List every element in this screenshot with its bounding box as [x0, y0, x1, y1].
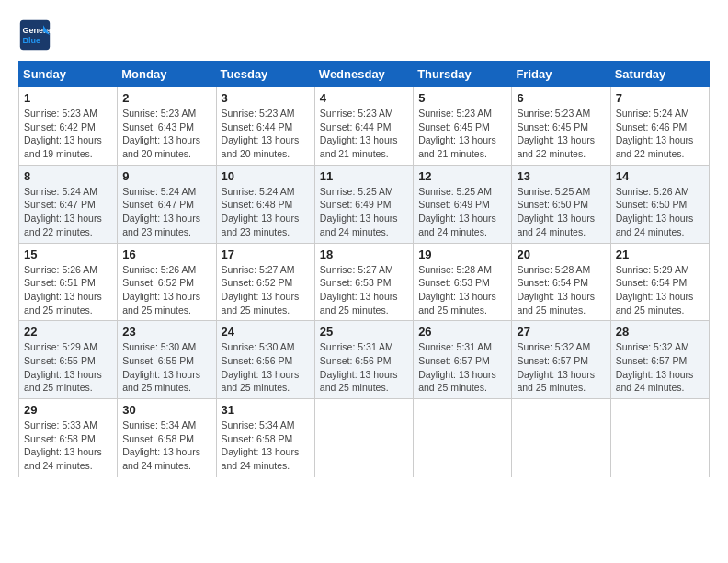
day-number: 22: [24, 325, 112, 339]
day-number: 20: [517, 247, 605, 261]
calendar-cell: 29Sunrise: 5:33 AM Sunset: 6:58 PM Dayli…: [19, 399, 118, 477]
day-info: Sunrise: 5:23 AM Sunset: 6:45 PM Dayligh…: [418, 107, 506, 161]
weekday-header-sunday: Sunday: [19, 62, 118, 87]
day-info: Sunrise: 5:23 AM Sunset: 6:44 PM Dayligh…: [320, 107, 408, 161]
day-number: 23: [122, 325, 210, 339]
day-number: 24: [222, 325, 310, 339]
day-number: 2: [122, 91, 210, 105]
calendar-cell: 7Sunrise: 5:24 AM Sunset: 6:46 PM Daylig…: [610, 87, 709, 166]
calendar-cell: 21Sunrise: 5:29 AM Sunset: 6:54 PM Dayli…: [610, 243, 709, 321]
day-info: Sunrise: 5:26 AM Sunset: 6:50 PM Dayligh…: [616, 185, 704, 239]
day-number: 25: [320, 325, 408, 339]
weekday-header-monday: Monday: [118, 62, 216, 87]
day-info: Sunrise: 5:24 AM Sunset: 6:48 PM Dayligh…: [222, 185, 310, 239]
svg-text:General: General: [23, 26, 52, 35]
calendar-cell: 27Sunrise: 5:32 AM Sunset: 6:57 PM Dayli…: [512, 321, 610, 399]
day-number: 1: [24, 91, 112, 105]
calendar-cell: 1Sunrise: 5:23 AM Sunset: 6:42 PM Daylig…: [19, 87, 118, 166]
calendar-week-row: 1Sunrise: 5:23 AM Sunset: 6:42 PM Daylig…: [19, 87, 710, 166]
calendar-cell: 20Sunrise: 5:28 AM Sunset: 6:54 PM Dayli…: [512, 243, 610, 321]
day-info: Sunrise: 5:23 AM Sunset: 6:45 PM Dayligh…: [517, 107, 605, 161]
calendar-cell: 19Sunrise: 5:28 AM Sunset: 6:53 PM Dayli…: [414, 243, 512, 321]
day-info: Sunrise: 5:34 AM Sunset: 6:58 PM Dayligh…: [122, 419, 210, 473]
day-number: 8: [24, 169, 112, 183]
day-info: Sunrise: 5:30 AM Sunset: 6:56 PM Dayligh…: [222, 340, 310, 395]
day-info: Sunrise: 5:23 AM Sunset: 6:43 PM Dayligh…: [122, 107, 210, 161]
calendar-cell: 12Sunrise: 5:25 AM Sunset: 6:49 PM Dayli…: [414, 165, 512, 243]
calendar-cell: 9Sunrise: 5:24 AM Sunset: 6:47 PM Daylig…: [118, 165, 216, 243]
calendar-cell: 11Sunrise: 5:25 AM Sunset: 6:49 PM Dayli…: [314, 165, 413, 243]
day-number: 5: [418, 91, 506, 105]
day-number: 11: [320, 169, 408, 183]
calendar-cell: 4Sunrise: 5:23 AM Sunset: 6:44 PM Daylig…: [314, 87, 413, 166]
day-info: Sunrise: 5:34 AM Sunset: 6:58 PM Dayligh…: [222, 419, 310, 473]
calendar-cell: 13Sunrise: 5:25 AM Sunset: 6:50 PM Dayli…: [512, 165, 610, 243]
day-number: 19: [418, 247, 506, 261]
weekday-header-thursday: Thursday: [414, 62, 512, 87]
day-number: 12: [418, 169, 506, 183]
day-number: 15: [24, 247, 112, 261]
day-number: 10: [222, 169, 310, 183]
calendar-cell: 8Sunrise: 5:24 AM Sunset: 6:47 PM Daylig…: [19, 165, 118, 243]
day-number: 13: [517, 169, 605, 183]
day-info: Sunrise: 5:32 AM Sunset: 6:57 PM Dayligh…: [517, 340, 605, 395]
day-number: 4: [320, 91, 408, 105]
weekday-header-saturday: Saturday: [610, 62, 709, 87]
logo: General Blue: [18, 18, 55, 52]
day-number: 16: [122, 247, 210, 261]
day-info: Sunrise: 5:23 AM Sunset: 6:44 PM Dayligh…: [222, 107, 310, 161]
calendar-cell: 25Sunrise: 5:31 AM Sunset: 6:56 PM Dayli…: [314, 321, 413, 399]
day-info: Sunrise: 5:24 AM Sunset: 6:46 PM Dayligh…: [616, 107, 704, 161]
weekday-header-tuesday: Tuesday: [216, 62, 314, 87]
calendar-cell: 30Sunrise: 5:34 AM Sunset: 6:58 PM Dayli…: [118, 399, 216, 477]
calendar-cell: 16Sunrise: 5:26 AM Sunset: 6:52 PM Dayli…: [118, 243, 216, 321]
day-info: Sunrise: 5:24 AM Sunset: 6:47 PM Dayligh…: [24, 185, 112, 239]
calendar-table: SundayMondayTuesdayWednesdayThursdayFrid…: [18, 61, 710, 477]
day-info: Sunrise: 5:25 AM Sunset: 6:50 PM Dayligh…: [517, 185, 605, 239]
day-info: Sunrise: 5:24 AM Sunset: 6:47 PM Dayligh…: [122, 185, 210, 239]
day-info: Sunrise: 5:29 AM Sunset: 6:54 PM Dayligh…: [616, 263, 704, 317]
day-info: Sunrise: 5:25 AM Sunset: 6:49 PM Dayligh…: [320, 185, 408, 239]
logo-icon: General Blue: [18, 18, 51, 52]
weekday-header-row: SundayMondayTuesdayWednesdayThursdayFrid…: [19, 62, 710, 87]
calendar-cell: 28Sunrise: 5:32 AM Sunset: 6:57 PM Dayli…: [610, 321, 709, 399]
day-info: Sunrise: 5:26 AM Sunset: 6:52 PM Dayligh…: [122, 263, 210, 317]
day-number: 17: [222, 247, 310, 261]
day-number: 18: [320, 247, 408, 261]
calendar-week-row: 8Sunrise: 5:24 AM Sunset: 6:47 PM Daylig…: [19, 165, 710, 243]
day-number: 6: [517, 91, 605, 105]
calendar-cell: 6Sunrise: 5:23 AM Sunset: 6:45 PM Daylig…: [512, 87, 610, 166]
day-info: Sunrise: 5:32 AM Sunset: 6:57 PM Dayligh…: [616, 340, 704, 395]
calendar-cell: 24Sunrise: 5:30 AM Sunset: 6:56 PM Dayli…: [216, 321, 314, 399]
day-info: Sunrise: 5:30 AM Sunset: 6:55 PM Dayligh…: [122, 340, 210, 395]
calendar-cell: 14Sunrise: 5:26 AM Sunset: 6:50 PM Dayli…: [610, 165, 709, 243]
svg-text:Blue: Blue: [23, 36, 41, 45]
day-number: 9: [122, 169, 210, 183]
weekday-header-friday: Friday: [512, 62, 610, 87]
weekday-header-wednesday: Wednesday: [314, 62, 413, 87]
calendar-cell: [610, 399, 709, 477]
calendar-cell: [414, 399, 512, 477]
calendar-week-row: 22Sunrise: 5:29 AM Sunset: 6:55 PM Dayli…: [19, 321, 710, 399]
calendar-cell: 5Sunrise: 5:23 AM Sunset: 6:45 PM Daylig…: [414, 87, 512, 166]
day-number: 3: [222, 91, 310, 105]
calendar-cell: [314, 399, 413, 477]
day-info: Sunrise: 5:26 AM Sunset: 6:51 PM Dayligh…: [24, 263, 112, 317]
day-info: Sunrise: 5:33 AM Sunset: 6:58 PM Dayligh…: [24, 419, 112, 473]
day-info: Sunrise: 5:27 AM Sunset: 6:53 PM Dayligh…: [320, 263, 408, 317]
page-header: General Blue: [18, 18, 710, 52]
calendar-week-row: 15Sunrise: 5:26 AM Sunset: 6:51 PM Dayli…: [19, 243, 710, 321]
day-number: 31: [222, 403, 310, 417]
calendar-week-row: 29Sunrise: 5:33 AM Sunset: 6:58 PM Dayli…: [19, 399, 710, 477]
day-number: 14: [616, 169, 704, 183]
calendar-cell: 15Sunrise: 5:26 AM Sunset: 6:51 PM Dayli…: [19, 243, 118, 321]
calendar-cell: 22Sunrise: 5:29 AM Sunset: 6:55 PM Dayli…: [19, 321, 118, 399]
day-info: Sunrise: 5:31 AM Sunset: 6:56 PM Dayligh…: [320, 340, 408, 395]
day-number: 26: [418, 325, 506, 339]
calendar-cell: 17Sunrise: 5:27 AM Sunset: 6:52 PM Dayli…: [216, 243, 314, 321]
day-number: 21: [616, 247, 704, 261]
calendar-cell: 18Sunrise: 5:27 AM Sunset: 6:53 PM Dayli…: [314, 243, 413, 321]
calendar-cell: 10Sunrise: 5:24 AM Sunset: 6:48 PM Dayli…: [216, 165, 314, 243]
day-info: Sunrise: 5:23 AM Sunset: 6:42 PM Dayligh…: [24, 107, 112, 161]
day-number: 28: [616, 325, 704, 339]
